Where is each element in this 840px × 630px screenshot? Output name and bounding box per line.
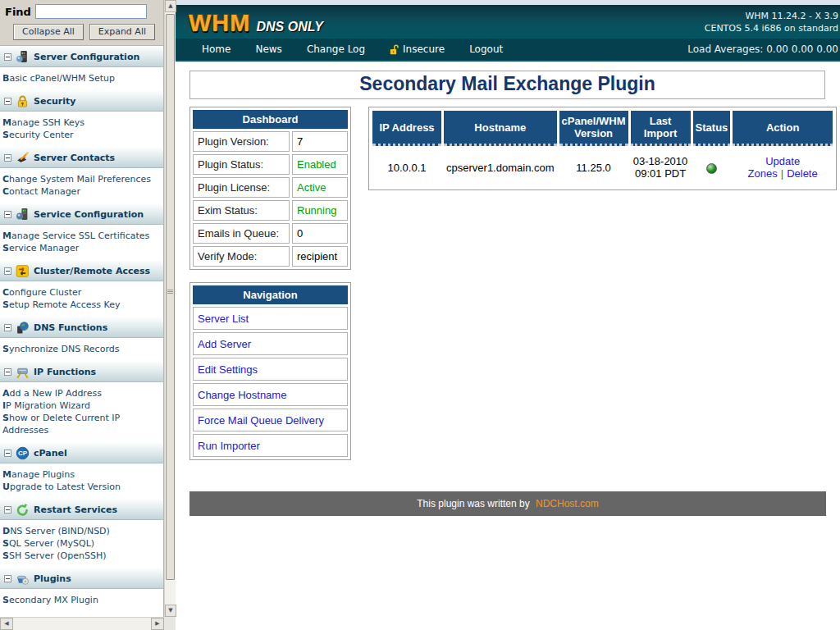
delete-link[interactable]: Delete	[787, 167, 818, 180]
sidebar-link-configure-cluster[interactable]: Configure Cluster	[2, 286, 162, 299]
navigation-row: Force Mail Queue Delivery	[193, 409, 348, 431]
minus-toggle-icon[interactable]	[4, 450, 11, 457]
sidebar-link-manage-ssh-keys[interactable]: Manage SSH Keys	[2, 116, 162, 129]
scroll-up-arrow-icon[interactable]: ▲	[165, 0, 176, 12]
sidebar-link-manage-plugins[interactable]: Manage Plugins	[2, 468, 162, 481]
expand-all-button[interactable]: Expand All	[89, 24, 155, 40]
cell-ip-address: 10.0.0.1	[372, 148, 441, 186]
minus-toggle-icon[interactable]	[4, 211, 11, 218]
nav-logout-link[interactable]: Logout	[469, 43, 503, 55]
find-input[interactable]	[35, 4, 147, 19]
nav-label: Change Log	[307, 43, 365, 55]
minus-toggle-icon[interactable]	[4, 98, 11, 105]
sidebar-link-basic-cpanel-whm-setup[interactable]: Basic cPanel/WHM Setup	[2, 72, 162, 84]
sidebar-link-upgrade-to-latest-version[interactable]: Upgrade to Latest Version	[2, 481, 162, 493]
sidebar-link-service-manager[interactable]: Service Manager	[2, 242, 162, 254]
sidebar-link-show-or-delete-current-ip-addresses[interactable]: Show or Delete Current IP Addresses	[2, 412, 162, 436]
nav-change-log-link[interactable]: Change Log	[307, 43, 365, 55]
navigation-row: Server List	[193, 307, 348, 330]
change-hostname-link[interactable]: Change Hostname	[198, 389, 286, 401]
scroll-down-arrow-icon[interactable]: ▼	[165, 605, 176, 617]
section-title: Plugins	[34, 573, 71, 584]
minus-toggle-icon[interactable]	[4, 53, 11, 61]
cell-status	[693, 148, 731, 186]
sidebar-link-add-a-new-ip-address[interactable]: Add a New IP Address	[2, 387, 162, 399]
nav-label: Logout	[469, 43, 503, 55]
dashboard-row: Plugin License: Active	[193, 177, 348, 198]
sidebar-section-cluster-remote-access[interactable]: Cluster/Remote Access	[0, 260, 163, 281]
sidebar-link-change-system-mail-preferences[interactable]: Change System Mail Preferences	[2, 173, 162, 185]
scroll-left-arrow-icon[interactable]: ◀	[0, 618, 13, 630]
content-area: Secondary Mail Exchange Plugin Dashboard…	[176, 62, 840, 630]
minus-toggle-icon[interactable]	[4, 324, 11, 331]
sidebar-horizontal-scrollbar[interactable]: ◀ ▶	[0, 617, 164, 630]
sidebar-section-cpanel[interactable]: CP cPanel	[0, 442, 163, 463]
nav-label: Home	[202, 43, 231, 55]
svg-text:CP: CP	[18, 450, 28, 457]
section-links: Manage Service SSL Certificates Service …	[0, 225, 163, 260]
collapse-all-button[interactable]: Collapse All	[13, 24, 84, 40]
server-list-link[interactable]: Server List	[198, 313, 249, 325]
section-title: Service Configuration	[34, 209, 144, 220]
minus-toggle-icon[interactable]	[4, 575, 11, 582]
add-server-link[interactable]: Add Server	[198, 338, 251, 350]
nav-insecure-link[interactable]: Insecure	[390, 43, 445, 55]
col-header-hostname: Hostname	[444, 111, 557, 146]
left-column: Dashboard Plugin Version: 7 Plugin Statu…	[189, 107, 351, 472]
section-title: IP Functions	[34, 367, 96, 377]
sidebar-section-plugins[interactable]: Plugins	[0, 568, 163, 589]
dashboard-row: Verify Mode: recipient	[193, 246, 348, 267]
run-importer-link[interactable]: Run Importer	[198, 440, 260, 452]
sidebar-link-manage-service-ssl-certificates[interactable]: Manage Service SSL Certificates	[2, 230, 162, 242]
dashboard-row: Plugin Status: Enabled	[193, 154, 348, 175]
col-header-status: Status	[693, 111, 731, 146]
sidebar-link-secondary-mx-plugin[interactable]: Secondary MX Plugin	[2, 594, 162, 606]
dashboard-value: Enabled	[292, 154, 348, 175]
sidebar-section-dns-functions[interactable]: DNS Functions	[0, 317, 163, 338]
minus-toggle-icon[interactable]	[4, 267, 11, 275]
minus-toggle-icon[interactable]	[4, 506, 11, 514]
section-links: Change System Mail Preferences Contact M…	[0, 168, 163, 203]
sidebar-section-restart-services[interactable]: Restart Services	[0, 499, 163, 520]
sidebar-section-server-configuration[interactable]: Server Configuration	[0, 46, 163, 67]
sidebar-link-ip-migration-wizard[interactable]: IP Migration Wizard	[2, 399, 162, 412]
cell-last-import: 03-18-2010 09:01 PDT	[631, 148, 691, 186]
last-import-time: 09:01 PDT	[633, 167, 688, 180]
cluster-icon	[16, 264, 30, 278]
section-links: Add a New IP Address IP Migration Wizard…	[0, 382, 163, 442]
section-links: Synchronize DNS Records	[0, 338, 163, 361]
scroll-right-arrow-icon[interactable]: ▶	[151, 618, 164, 630]
minus-toggle-icon[interactable]	[4, 368, 11, 376]
section-title: Security	[34, 96, 75, 107]
scrollbar-thumb[interactable]	[166, 14, 175, 580]
sidebar-link-synchronize-dns-records[interactable]: Synchronize DNS Records	[2, 343, 162, 355]
sidebar-link-contact-manager[interactable]: Contact Manager	[2, 185, 162, 198]
sidebar-link-sql-server-mysql[interactable]: SQL Server (MySQL)	[2, 537, 162, 550]
minus-toggle-icon[interactable]	[4, 154, 11, 162]
os-version-text: CENTOS 5.4 i686 on standard	[705, 22, 838, 34]
section-links: Manage Plugins Upgrade to Latest Version	[0, 463, 163, 499]
dashboard-panel: Dashboard Plugin Version: 7 Plugin Statu…	[189, 107, 351, 270]
sidebar-section-server-contacts[interactable]: Server Contacts	[0, 147, 163, 168]
nav-news-link[interactable]: News	[255, 43, 281, 55]
dashboard-row: Exim Status: Running	[193, 200, 348, 221]
sidebar-section-service-configuration[interactable]: Service Configuration	[0, 203, 163, 225]
sidebar-section-security[interactable]: Security	[0, 90, 163, 112]
whm-page: Find Collapse All Expand All Server Conf…	[0, 0, 840, 630]
ndchost-link[interactable]: NDCHost.com	[536, 498, 599, 509]
sidebar-link-setup-remote-access-key[interactable]: Setup Remote Access Key	[2, 299, 162, 311]
sidebar-link-dns-server-bind-nsd[interactable]: DNS Server (BIND/NSD)	[2, 525, 162, 537]
dashboard-row: Plugin Version: 7	[193, 131, 348, 152]
nav-home-link[interactable]: Home	[202, 43, 231, 55]
sidebar-link-security-center[interactable]: Security Center	[2, 129, 162, 141]
cell-version: 11.25.0	[559, 148, 628, 186]
restart-icon	[16, 503, 30, 517]
whm-version-text: WHM 11.24.2 - X 3.9	[705, 10, 838, 22]
table-row: 10.0.0.1 cpserver1.domain.com 11.25.0 03…	[372, 148, 833, 186]
edit-settings-link[interactable]: Edit Settings	[198, 363, 258, 376]
force-mail-queue-delivery-link[interactable]: Force Mail Queue Delivery	[198, 414, 324, 427]
dashboard-value: 0	[292, 223, 348, 244]
sidebar-link-ssh-server-openssh[interactable]: SSH Server (OpenSSH)	[2, 550, 162, 562]
sidebar-vertical-scrollbar[interactable]: ▲ ▼	[164, 0, 176, 617]
sidebar-section-ip-functions[interactable]: IP Functions	[0, 361, 163, 382]
